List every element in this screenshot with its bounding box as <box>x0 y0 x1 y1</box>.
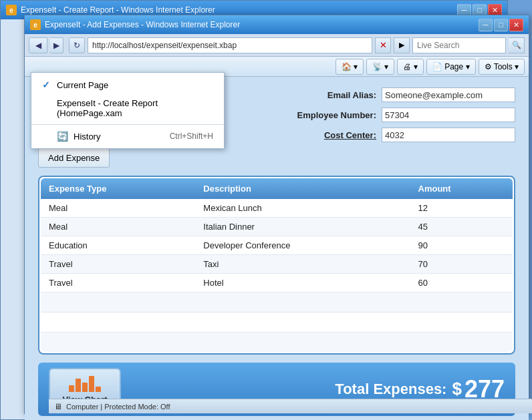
employee-label: Employee Number: <box>297 110 376 120</box>
home-button[interactable]: 🏠 ▾ <box>336 59 364 75</box>
menu-current-page-label: Current Page <box>57 80 213 90</box>
fg-titlebar: e ExpenseIt - Add Expenses - Windows Int… <box>25 15 529 34</box>
table-empty-row <box>40 312 513 333</box>
address-input[interactable] <box>88 37 372 53</box>
total-label: Total Expenses: <box>335 381 446 398</box>
email-value[interactable]: Someone@example.com <box>382 87 515 102</box>
cost-center-label: Cost Center: <box>324 130 376 140</box>
cell-type: Travel <box>40 255 195 274</box>
fg-app-icon: e <box>30 19 41 30</box>
status-icon: 🖥 <box>54 402 62 411</box>
cell-description: Hotel <box>195 274 410 292</box>
col-desc-header: Description <box>195 178 410 199</box>
search-go-button[interactable]: 🔍 <box>509 37 525 53</box>
cell-amount: 12 <box>410 199 514 218</box>
cell-amount: 60 <box>410 274 514 292</box>
search-input[interactable] <box>412 37 506 53</box>
table-row[interactable]: MealMexican Lunch12 <box>40 199 513 218</box>
add-expense-button[interactable]: Add Expense <box>38 148 110 168</box>
refresh-button[interactable]: ↻ <box>69 37 85 53</box>
cell-amount: 90 <box>410 236 514 255</box>
menu-item-create-report[interactable]: ExpenseIt - Create Report (HomePage.xam <box>31 94 224 122</box>
table-row[interactable]: EducationDeveloper Conference90 <box>40 236 513 255</box>
table-row[interactable]: TravelTaxi70 <box>40 255 513 274</box>
table-empty-row <box>40 292 513 312</box>
total-dollar-sign: $ <box>452 379 461 399</box>
menu-item-history[interactable]: 🔄 History Ctrl+Shift+H <box>31 127 224 146</box>
bg-app-icon: e <box>6 5 17 15</box>
expense-table: Expense Type Description Amount MealMexi… <box>39 177 514 353</box>
table-row[interactable]: TravelHotel60 <box>40 274 513 292</box>
cost-center-value[interactable]: 4032 <box>382 128 515 142</box>
table-empty-row <box>40 333 513 353</box>
page-button[interactable]: 📄 Page ▾ <box>426 59 476 75</box>
table-row[interactable]: MealItalian Dinner45 <box>40 218 513 236</box>
email-label: Email Alias: <box>327 90 376 100</box>
employee-value[interactable]: 57304 <box>382 108 515 122</box>
stop-button[interactable]: ✕ <box>375 37 391 53</box>
menu-divider <box>31 124 224 125</box>
cell-description: Developer Conference <box>195 236 410 255</box>
cell-description: Italian Dinner <box>195 218 410 236</box>
status-bar: 🖥 Computer | Protected Mode: Off <box>49 399 532 413</box>
fg-maximize-button[interactable]: □ <box>494 19 508 31</box>
cell-type: Education <box>40 236 195 255</box>
chart-icon <box>69 373 101 392</box>
cell-type: Meal <box>40 218 195 236</box>
col-amount-header: Amount <box>410 178 514 199</box>
address-bar: ◀ ▶ ↻ ✕ ▶ 🔍 <box>25 34 529 57</box>
print-button[interactable]: 🖨 ▾ <box>397 59 423 75</box>
history-icon: 🔄 <box>57 131 68 142</box>
cell-description: Mexican Lunch <box>195 199 410 218</box>
fg-close-button[interactable]: ✕ <box>509 19 523 31</box>
fg-window-title: ExpenseIt - Add Expenses - Windows Inter… <box>45 20 475 29</box>
status-text: Computer | Protected Mode: Off <box>66 403 170 411</box>
fg-window-controls[interactable]: ─ □ ✕ <box>479 19 523 31</box>
go-button[interactable]: ▶ <box>394 37 410 53</box>
back-button[interactable]: ◀ <box>29 37 47 53</box>
feeds-button[interactable]: 📡 ▾ <box>366 59 394 75</box>
menu-create-report-label: ExpenseIt - Create Report (HomePage.xam <box>57 98 213 118</box>
checkmark-icon: ✓ <box>42 79 51 90</box>
fg-minimize-button[interactable]: ─ <box>479 19 493 31</box>
menu-history-label: History <box>74 132 164 142</box>
expense-table-wrapper: Expense Type Description Amount MealMexi… <box>38 176 515 355</box>
dropdown-menu[interactable]: ✓ Current Page ExpenseIt - Create Report… <box>31 72 225 149</box>
cell-type: Meal <box>40 199 195 218</box>
menu-item-current-page[interactable]: ✓ Current Page <box>31 75 224 94</box>
cell-amount: 45 <box>410 218 514 236</box>
forward-button[interactable]: ▶ <box>50 37 63 53</box>
col-type-header: Expense Type <box>40 178 195 199</box>
bg-window-title: ExpenseIt - Create Report - Windows Inte… <box>21 5 453 15</box>
cell-description: Taxi <box>195 255 410 274</box>
cell-type: Travel <box>40 274 195 292</box>
history-shortcut: Ctrl+Shift+H <box>170 132 213 141</box>
tools-button[interactable]: ⚙ Tools ▾ <box>479 59 525 75</box>
cell-amount: 70 <box>410 255 514 274</box>
